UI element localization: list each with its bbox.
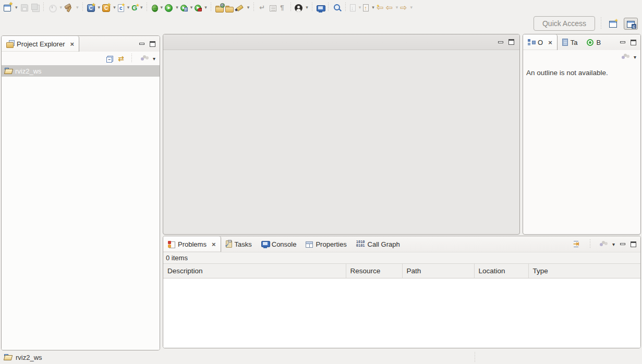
tab-label: Console xyxy=(272,240,297,248)
column-location[interactable]: Location xyxy=(474,264,528,278)
minimize-button[interactable] xyxy=(498,41,503,43)
view-menu-icon[interactable]: ▾ xyxy=(153,56,155,62)
project-tree: rviz2_ws xyxy=(2,65,160,350)
back-dropdown: ▾ xyxy=(394,1,399,14)
user-avatar-icon xyxy=(295,4,302,12)
tab-call-graph[interactable]: 10100101 Call Graph xyxy=(352,236,405,252)
project-explorer-icon xyxy=(6,40,14,47)
focus-on-active-task-icon[interactable] xyxy=(573,240,582,248)
close-icon[interactable]: × xyxy=(548,39,552,46)
new-autotools-project-dropdown[interactable]: ▾ xyxy=(138,1,144,14)
tab-task-list[interactable]: Ta xyxy=(558,34,583,50)
new-c-project-dropdown[interactable]: ▾ xyxy=(96,1,102,14)
maximize-button[interactable] xyxy=(508,39,514,45)
external-tools-icon: ▶ xyxy=(195,5,201,11)
debug-button[interactable] xyxy=(150,1,159,14)
new-wizard-dropdown[interactable]: ▾ xyxy=(13,1,19,14)
forward-dropdown: ▾ xyxy=(408,1,414,14)
back-button[interactable]: ⇦ xyxy=(384,1,393,14)
search-button[interactable] xyxy=(332,1,343,14)
forward-button[interactable]: ⇨ xyxy=(399,1,408,14)
save-all-icon xyxy=(31,3,40,12)
tab-project-explorer[interactable]: Project Explorer × xyxy=(2,36,79,52)
save-all-button xyxy=(30,1,41,14)
project-explorer-toolbar: ⇄ ▾ xyxy=(2,52,160,65)
main-toolbar: ★ ▾ ▾ ▾ C★ ▾ C★ ▾ c★ ▾ G★ ▾ ▾ ▶ ▾ ▶ ▾ ▶ … xyxy=(0,0,642,15)
link-with-editor-icon[interactable]: ⇄ xyxy=(118,54,124,63)
status-selection-label: rviz2_ws xyxy=(16,354,42,361)
debug-dropdown[interactable]: ▾ xyxy=(159,1,164,14)
bottom-tabstrip: Problems × ✓ Tasks Console Properties 10… xyxy=(163,236,640,252)
tab-label: Tasks xyxy=(235,240,252,248)
tab-console[interactable]: Console xyxy=(257,236,301,252)
pulldown-disabled-icon xyxy=(599,241,607,247)
profile-button xyxy=(47,1,58,14)
view-menu-icon[interactable]: ▾ xyxy=(612,241,615,247)
profile-as-button[interactable]: ▶ xyxy=(179,1,188,14)
view-menu-icon[interactable]: ▾ xyxy=(634,54,636,60)
last-edit-location-button[interactable]: ⇦ xyxy=(375,1,384,14)
minimize-button[interactable] xyxy=(620,41,625,43)
maximize-button[interactable] xyxy=(631,40,636,45)
user-profile-button[interactable] xyxy=(294,1,304,14)
build-dropdown: ▾ xyxy=(74,1,80,14)
previous-annotation-dropdown[interactable]: ▾ xyxy=(370,1,375,14)
new-wizard-button[interactable]: ★ xyxy=(2,1,13,14)
user-profile-dropdown[interactable]: ▾ xyxy=(304,1,309,14)
collapse-all-icon[interactable] xyxy=(106,56,113,62)
minimize-button[interactable] xyxy=(139,43,144,45)
tab-build-targets[interactable]: B xyxy=(582,34,605,50)
tab-problems[interactable]: Problems × xyxy=(163,236,221,252)
tree-item-rviz2-ws[interactable]: rviz2_ws xyxy=(2,65,160,77)
open-task-button[interactable] xyxy=(214,1,224,14)
maximize-button[interactable] xyxy=(631,241,636,247)
search-icon xyxy=(333,3,342,12)
new-autotools-project-button[interactable]: G★ xyxy=(130,1,138,14)
toolbar-separator xyxy=(345,3,346,12)
c-cpp-perspective-button[interactable]: C xyxy=(624,18,638,30)
outline-icon xyxy=(528,39,535,46)
new-cpp-project-icon: C★ xyxy=(102,4,110,12)
open-perspective-button[interactable]: ★ xyxy=(607,18,620,29)
tab-properties[interactable]: Properties xyxy=(301,236,351,252)
minimize-button[interactable] xyxy=(620,243,625,245)
run-icon: ▶ xyxy=(165,4,173,12)
open-folder-icon xyxy=(225,6,233,12)
build-button[interactable] xyxy=(63,1,74,14)
new-c-project-icon: C★ xyxy=(87,4,95,12)
new-source-file-dropdown[interactable]: ▾ xyxy=(125,1,131,14)
tab-tasks[interactable]: ✓ Tasks xyxy=(221,236,257,252)
maximize-button[interactable] xyxy=(150,41,155,47)
quick-access-button[interactable]: Quick Access xyxy=(534,16,595,31)
highlight-dropdown[interactable]: ▾ xyxy=(245,1,251,14)
column-type[interactable]: Type xyxy=(528,264,640,278)
close-icon[interactable]: × xyxy=(212,240,216,248)
run-button[interactable]: ▶ xyxy=(164,1,174,14)
bug-icon xyxy=(152,5,158,12)
status-bar: rviz2_ws xyxy=(0,350,642,364)
previous-annotation-button[interactable]: ↑ xyxy=(362,1,370,14)
editor-area[interactable] xyxy=(163,34,520,235)
column-path[interactable]: Path xyxy=(402,264,474,278)
toolbar-separator xyxy=(600,17,601,30)
column-resource[interactable]: Resource xyxy=(346,264,402,278)
profile-as-dropdown[interactable]: ▾ xyxy=(188,1,194,14)
project-explorer-tabstrip: Project Explorer × xyxy=(2,36,160,52)
perspective-bar: Quick Access ★ C xyxy=(0,15,642,32)
console-button[interactable] xyxy=(316,1,325,14)
highlight-button[interactable] xyxy=(234,1,245,14)
close-icon[interactable]: × xyxy=(70,40,74,48)
run-dropdown[interactable]: ▾ xyxy=(174,1,179,14)
new-cpp-project-button[interactable]: C★ xyxy=(101,1,111,14)
external-tools-dropdown[interactable]: ▾ xyxy=(202,1,208,14)
tab-outline[interactable]: O × xyxy=(523,34,558,50)
new-source-file-button[interactable]: c★ xyxy=(117,1,125,14)
open-resource-button[interactable] xyxy=(224,1,234,14)
project-explorer-view: Project Explorer × ⇄ ▾ rviz2_ws xyxy=(1,35,160,350)
new-c-project-button[interactable]: C★ xyxy=(86,1,96,14)
column-description[interactable]: Description xyxy=(163,264,346,278)
new-cpp-project-dropdown[interactable]: ▾ xyxy=(111,1,117,14)
external-tools-button[interactable]: ▶ xyxy=(193,1,202,14)
pulldown-disabled-icon xyxy=(140,55,148,62)
outline-tabstrip: O × Ta B xyxy=(523,34,640,50)
